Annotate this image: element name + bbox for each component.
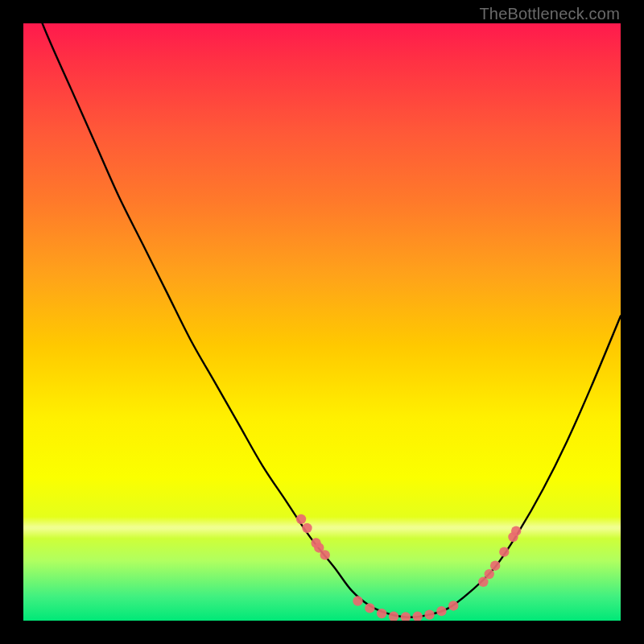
marker-points <box>296 514 522 621</box>
marker-point <box>436 606 446 616</box>
marker-point <box>490 561 500 571</box>
bottleneck-curve <box>23 23 621 617</box>
chart-frame: TheBottleneck.com <box>0 0 644 644</box>
watermark-text: TheBottleneck.com <box>479 5 620 23</box>
curve-layer <box>23 23 621 621</box>
marker-point <box>401 612 411 621</box>
marker-point <box>389 612 398 621</box>
marker-point <box>424 609 434 619</box>
marker-point <box>377 609 386 618</box>
marker-point <box>485 569 494 579</box>
marker-point <box>448 601 458 610</box>
marker-point <box>365 603 374 613</box>
marker-point <box>499 547 509 556</box>
marker-point <box>296 514 306 524</box>
marker-point <box>511 526 521 536</box>
marker-point <box>320 550 330 559</box>
marker-point <box>413 612 423 621</box>
marker-point <box>302 523 312 533</box>
marker-point <box>353 596 362 605</box>
plot-area <box>23 23 621 621</box>
